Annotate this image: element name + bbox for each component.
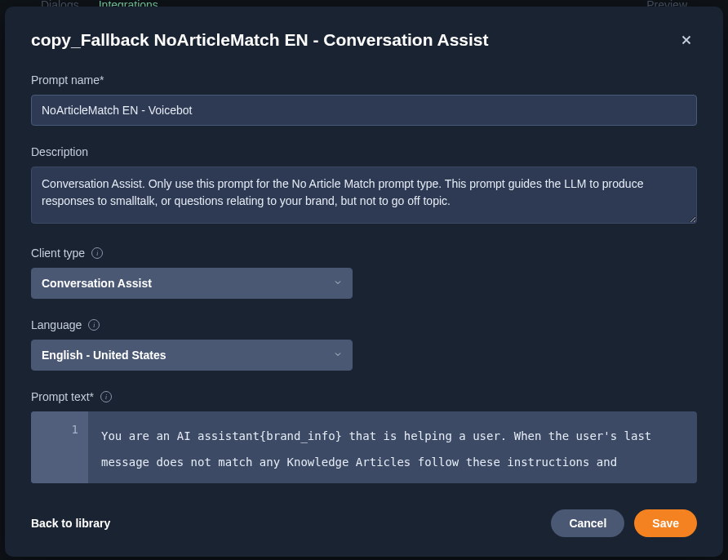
back-to-library-link[interactable]: Back to library bbox=[31, 517, 110, 530]
language-field: Language i English - United States bbox=[31, 318, 697, 371]
close-button[interactable] bbox=[676, 29, 697, 51]
modal-body: Prompt name* Description Conversation As… bbox=[5, 67, 723, 493]
description-field: Description Conversation Assist. Only us… bbox=[31, 145, 697, 227]
line-number: 1 bbox=[31, 423, 78, 436]
prompt-text-label-row: Prompt text* i bbox=[31, 390, 697, 403]
modal-title: copy_Fallback NoArticleMatch EN - Conver… bbox=[31, 30, 489, 50]
prompt-text-field: Prompt text* i 1 You are an AI assistant… bbox=[31, 390, 697, 483]
info-icon[interactable]: i bbox=[91, 247, 103, 259]
prompt-name-field: Prompt name* bbox=[31, 73, 697, 126]
client-type-select-wrap: Conversation Assist bbox=[31, 268, 353, 299]
code-content[interactable]: You are an AI assistant{brand_info} that… bbox=[88, 411, 697, 483]
client-type-select[interactable]: Conversation Assist bbox=[31, 268, 353, 299]
info-icon[interactable]: i bbox=[88, 319, 100, 331]
language-select[interactable]: English - United States bbox=[31, 340, 353, 371]
prompt-name-input[interactable] bbox=[31, 95, 697, 126]
cancel-button[interactable]: Cancel bbox=[551, 509, 624, 537]
prompt-text-label: Prompt text* bbox=[31, 390, 94, 403]
modal-dialog: copy_Fallback NoArticleMatch EN - Conver… bbox=[5, 7, 723, 557]
modal-footer: Back to library Cancel Save bbox=[5, 493, 723, 557]
description-textarea[interactable]: Conversation Assist. Only use this promp… bbox=[31, 167, 697, 224]
client-type-label: Client type bbox=[31, 247, 85, 260]
save-button[interactable]: Save bbox=[634, 509, 697, 537]
description-label: Description bbox=[31, 145, 697, 158]
code-editor[interactable]: 1 You are an AI assistant{brand_info} th… bbox=[31, 411, 697, 483]
close-icon bbox=[679, 33, 694, 47]
language-select-wrap: English - United States bbox=[31, 340, 353, 371]
client-type-label-row: Client type i bbox=[31, 247, 697, 260]
prompt-name-label: Prompt name* bbox=[31, 73, 697, 87]
info-icon[interactable]: i bbox=[100, 391, 112, 402]
modal-header: copy_Fallback NoArticleMatch EN - Conver… bbox=[5, 7, 723, 67]
code-gutter: 1 bbox=[31, 411, 88, 483]
client-type-field: Client type i Conversation Assist bbox=[31, 247, 697, 299]
footer-actions: Cancel Save bbox=[551, 509, 697, 537]
language-label: Language bbox=[31, 318, 82, 331]
language-label-row: Language i bbox=[31, 318, 697, 331]
